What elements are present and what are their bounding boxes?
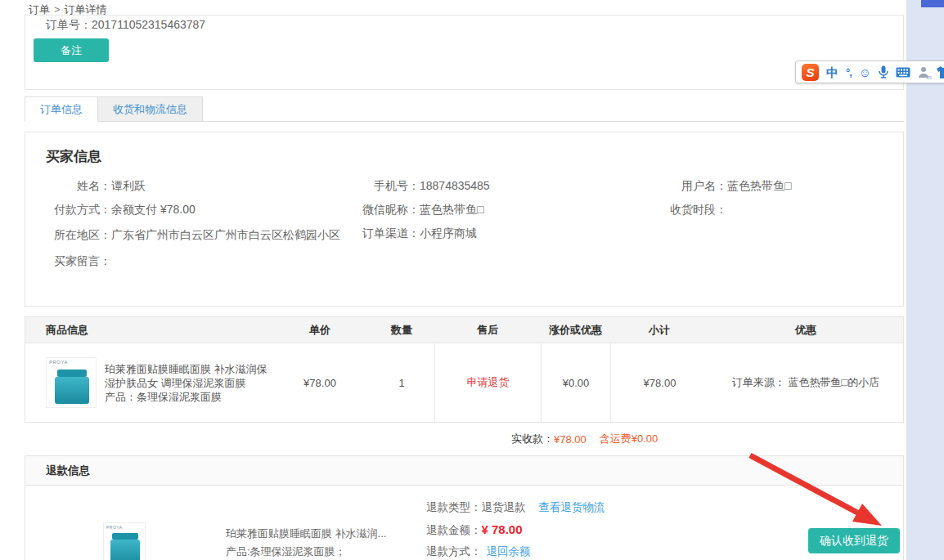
refund-body: PROYA 珀莱雅面贴膜睡眠面膜 补水滋润... 产品:条理保湿泥浆面膜； 退款… bbox=[25, 486, 903, 560]
received-amount-value: ¥78.00 bbox=[554, 433, 587, 446]
buyer-phone-field: 手机号：18874835485 bbox=[361, 179, 670, 194]
refund-product-name: 珀莱雅面贴膜睡眠面膜 补水滋润... bbox=[226, 525, 386, 543]
punctuation-icon[interactable]: °, bbox=[846, 67, 852, 78]
refund-details: 退款类型：退货退款 查看退货物流 退款金额：¥ 78.00 退款方式：退回余额 bbox=[426, 500, 605, 560]
breadcrumb-separator: > bbox=[54, 3, 61, 16]
refund-product-spec: 产品:条理保湿泥浆面膜； bbox=[226, 543, 386, 560]
order-source-value: 蓝色热带鱼□的小店 bbox=[788, 376, 879, 388]
subtotal-cell: ¥78.00 bbox=[610, 343, 708, 422]
product-cell: PROYA 珀莱雅面贴膜睡眠面膜 补水滋润保湿护肤品女 调理保湿泥浆面膜 产品：… bbox=[25, 357, 271, 408]
view-return-logistics-link[interactable]: 查看退货物流 bbox=[538, 501, 605, 513]
refund-amount-value: ¥ 78.00 bbox=[482, 522, 523, 536]
aftersale-status: 申请退货 bbox=[467, 375, 510, 390]
refund-product-brand-logo: PROYA bbox=[106, 525, 123, 530]
refund-product-info: 珀莱雅面贴膜睡眠面膜 补水滋润... 产品:条理保湿泥浆面膜； bbox=[226, 525, 386, 560]
product-spec: 产品：条理保湿泥浆面膜 bbox=[105, 390, 273, 404]
wechat-nickname-field: 微信昵称：蓝色热带鱼□ bbox=[361, 203, 670, 217]
user-icon[interactable]: 25 bbox=[918, 66, 929, 78]
refund-info-section: 退款信息 PROYA 珀莱雅面贴膜睡眠面膜 补水滋润... 产品:条理保湿泥浆面… bbox=[25, 455, 904, 560]
product-brand-logo: PROYA bbox=[49, 360, 68, 365]
microphone-icon[interactable] bbox=[879, 65, 888, 78]
product-table: 商品信息 单价 数量 售后 涨价或优惠 小计 优惠 PROYA 珀莱雅面贴膜睡眠… bbox=[25, 316, 904, 423]
refund-type-label: 退款类型： bbox=[426, 501, 482, 513]
remark-button[interactable]: 备注 bbox=[34, 38, 109, 62]
side-strip bbox=[906, 0, 944, 560]
tab-shipping-logistics[interactable]: 收货和物流信息 bbox=[98, 96, 203, 122]
delivery-time-field: 收货时段： bbox=[670, 203, 883, 217]
buyer-message-field: 买家留言： bbox=[46, 254, 361, 269]
order-channel-field: 订单渠道：小程序商城 bbox=[361, 226, 670, 243]
header-unit-price: 单价 bbox=[271, 323, 369, 338]
markup-cell: ¥0.00 bbox=[541, 343, 610, 422]
region-field: 所在地区：广东省广州市白云区广州市白云区松鹤园小区 bbox=[46, 226, 361, 243]
unit-price-cell: ¥78.00 bbox=[271, 377, 369, 389]
order-header-card: 订单号：201711052315463787 备注 bbox=[25, 15, 904, 90]
payment-summary: 实收款： ¥78.00 含运费¥0.00 bbox=[25, 423, 904, 455]
shipping-fee-note: 含运费¥0.00 bbox=[600, 432, 659, 446]
confirm-return-received-button[interactable]: 确认收到退货 bbox=[808, 528, 900, 553]
refund-product-image: PROYA bbox=[103, 522, 146, 560]
refund-method-label: 退款方式： bbox=[426, 545, 482, 558]
breadcrumb: 订单>订单详情 bbox=[0, 0, 944, 15]
payment-method-field: 付款方式：余额支付 ¥78.00 bbox=[46, 203, 361, 217]
keyboard-icon[interactable] bbox=[896, 67, 910, 78]
received-amount-label: 实收款： bbox=[511, 432, 554, 446]
order-number-label: 订单号： bbox=[46, 18, 92, 31]
buyer-info-section: 买家信息 姓名：谭利跃 手机号：18874835485 用户名：蓝色热带鱼□ 付… bbox=[25, 132, 904, 307]
header-product-info: 商品信息 bbox=[25, 323, 271, 338]
quantity-cell: 1 bbox=[369, 377, 434, 389]
product-table-header: 商品信息 单价 数量 售后 涨价或优惠 小计 优惠 bbox=[25, 317, 903, 343]
order-number-value: 201711052315463787 bbox=[92, 18, 205, 31]
emoji-icon[interactable]: ☺ bbox=[859, 66, 871, 78]
tab-bar: 订单信息 收货和物流信息 bbox=[25, 96, 904, 122]
product-image: PROYA bbox=[46, 357, 97, 408]
order-number: 订单号：201711052315463787 bbox=[25, 16, 903, 33]
buyer-info-title: 买家信息 bbox=[46, 147, 883, 166]
refund-type-value: 退货退款 bbox=[482, 501, 526, 513]
product-row: PROYA 珀莱雅面贴膜睡眠面膜 补水滋润保湿护肤品女 调理保湿泥浆面膜 产品：… bbox=[25, 343, 903, 422]
header-markup-discount: 涨价或优惠 bbox=[541, 323, 610, 338]
header-quantity: 数量 bbox=[369, 323, 434, 338]
header-promotion: 优惠 bbox=[708, 323, 903, 338]
tab-order-info[interactable]: 订单信息 bbox=[25, 96, 98, 122]
chinese-mode-icon[interactable]: 中 bbox=[826, 66, 838, 78]
refund-section-title: 退款信息 bbox=[25, 456, 903, 486]
header-aftersale: 售后 bbox=[434, 323, 541, 338]
sogou-logo-icon[interactable]: S bbox=[802, 64, 819, 81]
product-name: 珀莱雅面贴膜睡眠面膜 补水滋润保湿护肤品女 调理保湿泥浆面膜 bbox=[105, 362, 273, 390]
order-detail-page: 订单>订单详情 订单号：201711052315463787 备注 订单信息 收… bbox=[0, 0, 944, 560]
refund-amount-label: 退款金额： bbox=[426, 524, 482, 536]
breadcrumb-orders-link[interactable]: 订单 bbox=[29, 3, 50, 16]
skin-icon[interactable] bbox=[937, 66, 944, 78]
breadcrumb-current: 订单详情 bbox=[65, 3, 107, 16]
ime-toolbar: S 中 °, ☺ 25 bbox=[795, 60, 944, 83]
header-subtotal: 小计 bbox=[610, 323, 708, 338]
product-jar-body bbox=[55, 377, 89, 404]
main-content: 订单号：201711052315463787 备注 订单信息 收货和物流信息 买… bbox=[25, 15, 904, 560]
buyer-username-field: 用户名：蓝色热带鱼□ bbox=[670, 179, 883, 194]
product-jar-lid bbox=[57, 370, 87, 377]
refund-method-value: 退回余额 bbox=[487, 545, 531, 558]
buyer-name-field: 姓名：谭利跃 bbox=[46, 179, 361, 194]
promotion-cell: 订单来源： 蓝色热带鱼□的小店 bbox=[708, 375, 903, 390]
